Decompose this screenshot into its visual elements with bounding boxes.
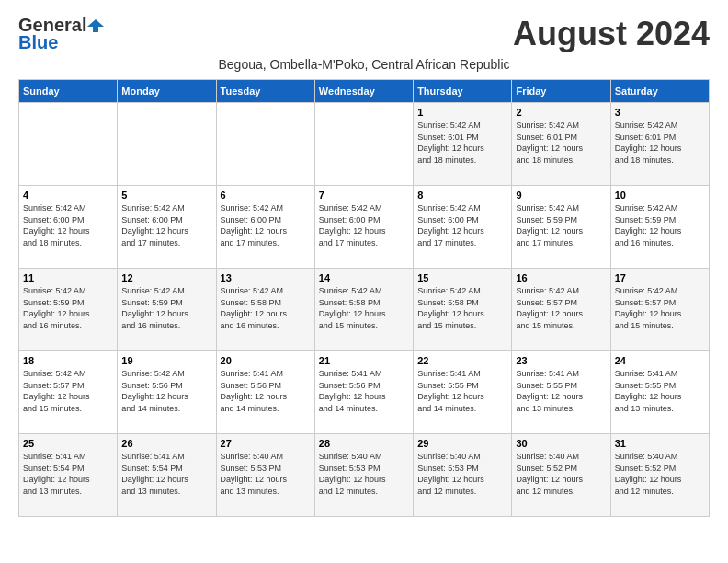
day-of-week-header: Friday	[512, 80, 610, 103]
day-info: Sunrise: 5:40 AM Sunset: 5:53 PM Dayligh…	[221, 451, 311, 497]
calendar-cell: 5Sunrise: 5:42 AM Sunset: 6:00 PM Daylig…	[118, 186, 216, 269]
day-number: 8	[417, 190, 507, 201]
calendar-cell: 30Sunrise: 5:40 AM Sunset: 5:52 PM Dayli…	[512, 434, 610, 517]
day-info: Sunrise: 5:40 AM Sunset: 5:52 PM Dayligh…	[615, 451, 705, 497]
day-number: 1	[417, 107, 507, 118]
day-info: Sunrise: 5:41 AM Sunset: 5:54 PM Dayligh…	[23, 451, 113, 497]
calendar-week-row: 4Sunrise: 5:42 AM Sunset: 6:00 PM Daylig…	[19, 186, 710, 269]
day-number: 19	[121, 355, 211, 366]
calendar-cell: 12Sunrise: 5:42 AM Sunset: 5:59 PM Dayli…	[118, 269, 216, 351]
calendar-cell: 19Sunrise: 5:42 AM Sunset: 5:56 PM Dayli…	[118, 351, 216, 434]
calendar-table: SundayMondayTuesdayWednesdayThursdayFrid…	[18, 79, 710, 517]
day-info: Sunrise: 5:42 AM Sunset: 5:58 PM Dayligh…	[417, 285, 507, 331]
day-of-week-header: Sunday	[19, 80, 118, 103]
day-of-week-header: Tuesday	[216, 80, 314, 103]
calendar-body: 1Sunrise: 5:42 AM Sunset: 6:01 PM Daylig…	[19, 103, 710, 517]
day-number: 30	[516, 438, 606, 449]
day-number: 31	[615, 438, 705, 449]
day-number: 23	[516, 355, 606, 366]
logo-bird-icon	[87, 17, 104, 34]
day-number: 21	[319, 355, 409, 366]
calendar-cell: 21Sunrise: 5:41 AM Sunset: 5:56 PM Dayli…	[314, 351, 413, 434]
subtitle: Begoua, Ombella-M'Poko, Central African …	[18, 57, 710, 72]
calendar-cell	[118, 103, 216, 186]
logo-blue: Blue	[18, 32, 58, 53]
calendar-cell: 3Sunrise: 5:42 AM Sunset: 6:01 PM Daylig…	[610, 103, 709, 186]
calendar-cell: 29Sunrise: 5:40 AM Sunset: 5:53 PM Dayli…	[414, 434, 512, 517]
day-info: Sunrise: 5:42 AM Sunset: 5:57 PM Dayligh…	[615, 285, 705, 331]
day-info: Sunrise: 5:42 AM Sunset: 6:01 PM Dayligh…	[417, 120, 507, 166]
day-number: 20	[221, 355, 311, 366]
day-info: Sunrise: 5:40 AM Sunset: 5:52 PM Dayligh…	[516, 451, 606, 497]
day-info: Sunrise: 5:42 AM Sunset: 6:00 PM Dayligh…	[417, 202, 507, 248]
calendar-week-row: 11Sunrise: 5:42 AM Sunset: 5:59 PM Dayli…	[19, 269, 710, 351]
day-info: Sunrise: 5:42 AM Sunset: 5:59 PM Dayligh…	[121, 285, 211, 331]
day-info: Sunrise: 5:42 AM Sunset: 5:59 PM Dayligh…	[516, 202, 606, 248]
day-number: 16	[516, 272, 606, 283]
day-number: 14	[319, 272, 409, 283]
day-info: Sunrise: 5:41 AM Sunset: 5:54 PM Dayligh…	[121, 451, 211, 497]
day-info: Sunrise: 5:41 AM Sunset: 5:55 PM Dayligh…	[417, 368, 507, 414]
day-info: Sunrise: 5:42 AM Sunset: 6:01 PM Dayligh…	[615, 120, 705, 166]
day-info: Sunrise: 5:42 AM Sunset: 6:00 PM Dayligh…	[121, 202, 211, 248]
day-info: Sunrise: 5:42 AM Sunset: 5:57 PM Dayligh…	[516, 285, 606, 331]
calendar-cell: 27Sunrise: 5:40 AM Sunset: 5:53 PM Dayli…	[216, 434, 314, 517]
calendar-cell: 2Sunrise: 5:42 AM Sunset: 6:01 PM Daylig…	[512, 103, 610, 186]
day-info: Sunrise: 5:42 AM Sunset: 6:00 PM Dayligh…	[23, 202, 113, 248]
calendar-cell: 16Sunrise: 5:42 AM Sunset: 5:57 PM Dayli…	[512, 269, 610, 351]
calendar-cell	[19, 103, 118, 186]
calendar-cell	[314, 103, 413, 186]
day-info: Sunrise: 5:40 AM Sunset: 5:53 PM Dayligh…	[417, 451, 507, 497]
calendar-cell: 28Sunrise: 5:40 AM Sunset: 5:53 PM Dayli…	[314, 434, 413, 517]
calendar-cell: 15Sunrise: 5:42 AM Sunset: 5:58 PM Dayli…	[414, 269, 512, 351]
day-info: Sunrise: 5:41 AM Sunset: 5:56 PM Dayligh…	[319, 368, 409, 414]
day-info: Sunrise: 5:42 AM Sunset: 5:59 PM Dayligh…	[23, 285, 113, 331]
day-number: 13	[221, 272, 311, 283]
day-number: 17	[615, 272, 705, 283]
calendar-week-row: 18Sunrise: 5:42 AM Sunset: 5:57 PM Dayli…	[19, 351, 710, 434]
svg-marker-0	[87, 19, 104, 32]
calendar-cell: 7Sunrise: 5:42 AM Sunset: 6:00 PM Daylig…	[314, 186, 413, 269]
day-number: 29	[417, 438, 507, 449]
day-number: 26	[121, 438, 211, 449]
day-info: Sunrise: 5:42 AM Sunset: 5:58 PM Dayligh…	[319, 285, 409, 331]
calendar-cell: 14Sunrise: 5:42 AM Sunset: 5:58 PM Dayli…	[314, 269, 413, 351]
day-number: 28	[319, 438, 409, 449]
day-info: Sunrise: 5:42 AM Sunset: 6:00 PM Dayligh…	[319, 202, 409, 248]
day-info: Sunrise: 5:42 AM Sunset: 5:59 PM Dayligh…	[615, 202, 705, 248]
day-number: 25	[23, 438, 113, 449]
day-of-week-header: Wednesday	[314, 80, 413, 103]
day-of-week-header: Saturday	[610, 80, 709, 103]
calendar-cell: 18Sunrise: 5:42 AM Sunset: 5:57 PM Dayli…	[19, 351, 118, 434]
day-number: 27	[221, 438, 311, 449]
calendar-cell: 20Sunrise: 5:41 AM Sunset: 5:56 PM Dayli…	[216, 351, 314, 434]
day-number: 10	[615, 190, 705, 201]
day-info: Sunrise: 5:41 AM Sunset: 5:55 PM Dayligh…	[615, 368, 705, 414]
header: General Blue August 2024	[18, 15, 710, 53]
day-info: Sunrise: 5:42 AM Sunset: 6:00 PM Dayligh…	[221, 202, 311, 248]
day-number: 5	[121, 190, 211, 201]
day-info: Sunrise: 5:41 AM Sunset: 5:56 PM Dayligh…	[221, 368, 311, 414]
day-info: Sunrise: 5:42 AM Sunset: 5:57 PM Dayligh…	[23, 368, 113, 414]
day-number: 22	[417, 355, 507, 366]
day-number: 24	[615, 355, 705, 366]
day-number: 11	[23, 272, 113, 283]
calendar-header-row: SundayMondayTuesdayWednesdayThursdayFrid…	[19, 80, 710, 103]
calendar-cell: 11Sunrise: 5:42 AM Sunset: 5:59 PM Dayli…	[19, 269, 118, 351]
calendar-cell: 31Sunrise: 5:40 AM Sunset: 5:52 PM Dayli…	[610, 434, 709, 517]
day-number: 6	[221, 190, 311, 201]
day-number: 12	[121, 272, 211, 283]
day-number: 7	[319, 190, 409, 201]
calendar-cell: 8Sunrise: 5:42 AM Sunset: 6:00 PM Daylig…	[414, 186, 512, 269]
day-info: Sunrise: 5:42 AM Sunset: 6:01 PM Dayligh…	[516, 120, 606, 166]
day-info: Sunrise: 5:41 AM Sunset: 5:55 PM Dayligh…	[516, 368, 606, 414]
day-info: Sunrise: 5:42 AM Sunset: 5:58 PM Dayligh…	[221, 285, 311, 331]
day-number: 18	[23, 355, 113, 366]
day-number: 4	[23, 190, 113, 201]
calendar-cell: 4Sunrise: 5:42 AM Sunset: 6:00 PM Daylig…	[19, 186, 118, 269]
calendar-cell: 26Sunrise: 5:41 AM Sunset: 5:54 PM Dayli…	[118, 434, 216, 517]
day-number: 9	[516, 190, 606, 201]
calendar-cell: 9Sunrise: 5:42 AM Sunset: 5:59 PM Daylig…	[512, 186, 610, 269]
calendar-cell: 22Sunrise: 5:41 AM Sunset: 5:55 PM Dayli…	[414, 351, 512, 434]
calendar-cell: 24Sunrise: 5:41 AM Sunset: 5:55 PM Dayli…	[610, 351, 709, 434]
